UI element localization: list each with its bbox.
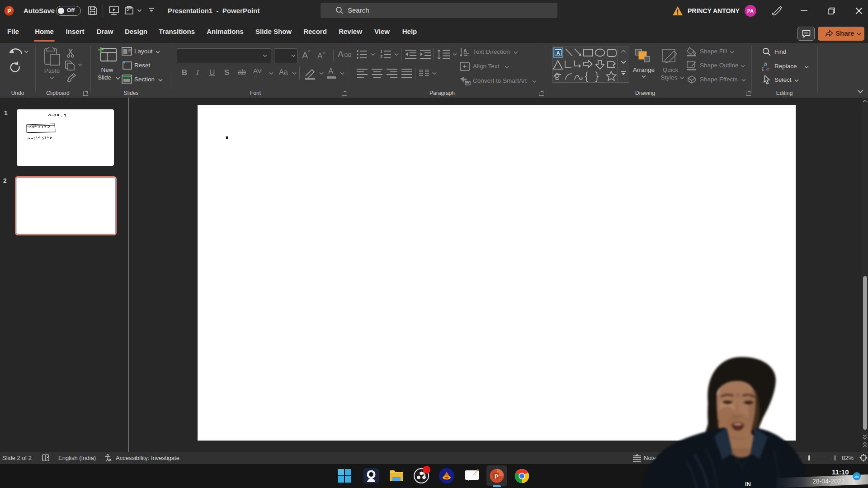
svg-text:P: P xyxy=(495,473,499,480)
svg-text:A: A xyxy=(557,50,560,56)
svg-text:A: A xyxy=(463,48,467,53)
svg-text:P: P xyxy=(7,8,11,14)
svg-text:c: c xyxy=(766,66,769,71)
